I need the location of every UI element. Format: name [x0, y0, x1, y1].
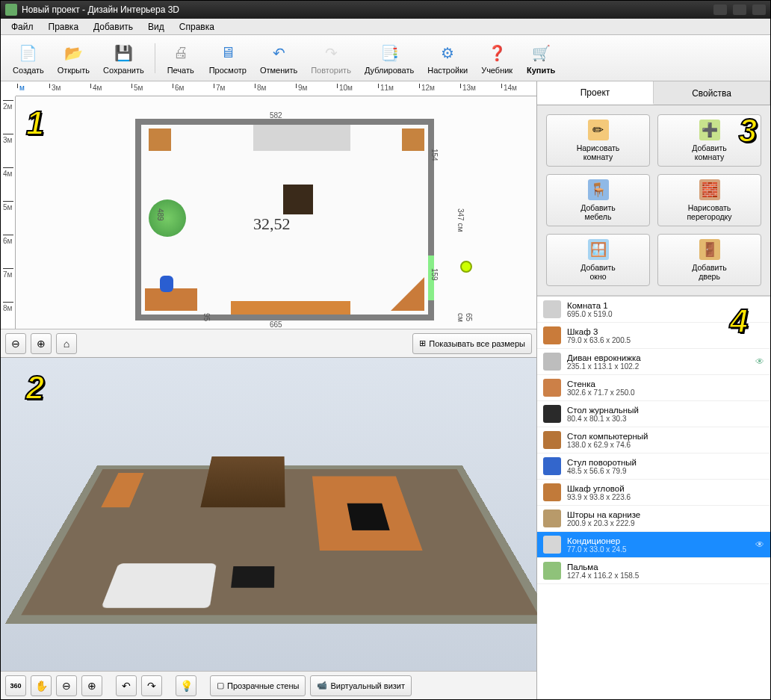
ruler-tick: 9м — [296, 84, 307, 88]
minimize-button[interactable] — [713, 4, 727, 15]
ruler-tick: 5м — [3, 201, 13, 211]
visibility-icon[interactable]: 👁 — [755, 356, 764, 367]
redo-3d-button[interactable]: ↷ — [141, 675, 162, 696]
object-dimensions: 695.0 x 519.0 — [567, 310, 613, 318]
tab-properties[interactable]: Свойства — [654, 81, 770, 105]
furniture-table[interactable] — [283, 185, 313, 214]
zoom-out-3d-button[interactable]: ⊖ — [56, 675, 77, 696]
close-button[interactable] — [752, 4, 766, 15]
toolbar-открыть-button[interactable]: 📂Открыть — [52, 39, 96, 78]
tab-project[interactable]: Проект — [537, 81, 654, 105]
menu-вид[interactable]: Вид — [140, 20, 172, 34]
object-list[interactable]: Комната 1695.0 x 519.0Шкаф 379.0 x 63.6 … — [537, 296, 770, 699]
furniture-cabinet[interactable] — [402, 128, 424, 151]
action-перегородку-button[interactable]: 🧱Нарисоватьперегородку — [657, 174, 761, 226]
object-item[interactable]: Комната 1695.0 x 519.0 — [537, 297, 770, 323]
dim-top: 582 — [270, 111, 282, 120]
сохранить-icon: 💾 — [112, 42, 134, 64]
object-item[interactable]: Кондиционер77.0 x 33.0 x 24.5👁 — [537, 532, 770, 558]
furniture-chair[interactable] — [160, 276, 173, 292]
action-окно-button[interactable]: 🪟Добавитьокно — [546, 234, 650, 286]
lighting-button[interactable]: 💡 — [176, 675, 196, 696]
ruler-tick: 11м — [378, 84, 394, 88]
toolbar-label: Открыть — [58, 66, 90, 75]
object-item[interactable]: Шторы на карнизе200.9 x 20.3 x 222.9 — [537, 506, 770, 532]
просмотр-icon: 🖥 — [217, 42, 239, 64]
furniture-desk[interactable] — [145, 288, 197, 311]
dim-r-small: 159 — [430, 268, 439, 281]
object-icon — [543, 536, 561, 554]
plan-toolbar: ⊖ ⊕ ⌂ ⊞Показывать все размеры — [1, 329, 536, 357]
toolbar-учебник-button[interactable]: ❓Учебник — [475, 39, 518, 78]
object-item[interactable]: Стенка302.6 x 71.7 x 250.0 — [537, 375, 770, 401]
object-dimensions: 127.4 x 116.2 x 158.5 — [567, 572, 639, 580]
room-outline[interactable]: 32,52 — [135, 119, 434, 320]
menu-добавить[interactable]: Добавить — [86, 20, 140, 34]
show-all-dimensions-button[interactable]: ⊞Показывать все размеры — [412, 333, 532, 354]
zoom-in-button[interactable]: ⊕ — [31, 333, 52, 354]
zoom-in-3d-button[interactable]: ⊕ — [81, 675, 102, 696]
настройки-icon: ⚙ — [436, 42, 459, 64]
toolbar-создать-button[interactable]: 📄Создать — [7, 39, 50, 78]
menu-файл[interactable]: Файл — [4, 20, 41, 34]
furniture-plant[interactable] — [149, 199, 186, 237]
toolbar-печать-button[interactable]: 🖨Печать — [160, 39, 202, 78]
toolbar-label: Учебник — [481, 66, 513, 75]
furniture-sofa[interactable] — [253, 125, 350, 151]
transparent-walls-button[interactable]: ▢Прозрачные стены — [210, 675, 306, 696]
object-item[interactable]: Стул поворотный48.5 x 56.6 x 79.9 — [537, 453, 770, 480]
toolbar-просмотр-button[interactable]: 🖥Просмотр — [203, 39, 253, 78]
action-icon: 🚪 — [699, 239, 720, 260]
maximize-button[interactable] — [733, 4, 746, 15]
plan-2d-area[interactable]: 1 м 3м4м5м6м7м8м9м10м11м12м13м14м 2м3м4м… — [1, 81, 536, 358]
object-icon — [543, 483, 561, 501]
object-item[interactable]: Стол компьютерный138.0 x 62.9 x 74.6 — [537, 427, 770, 453]
toolbar-настройки-button[interactable]: ⚙Настройки — [421, 39, 474, 78]
zoom-out-button[interactable]: ⊖ — [5, 333, 26, 354]
menu-правка[interactable]: Правка — [41, 20, 87, 34]
view-3d-area[interactable]: 2 360 ✋ ⊖ ⊕ ↶ ↷ — [1, 358, 536, 699]
selection-marker[interactable] — [460, 261, 472, 273]
pan-button[interactable]: ✋ — [31, 675, 52, 696]
ruler-tick: 4м — [3, 167, 13, 178]
plan-canvas[interactable]: 32,52 582 347 см 1 — [16, 96, 536, 329]
toolbar-сохранить-button[interactable]: 💾Сохранить — [97, 39, 150, 78]
shelf-3d — [101, 473, 143, 508]
object-item[interactable]: Стол журнальный80.4 x 80.1 x 30.3 — [537, 401, 770, 427]
undo-3d-button[interactable]: ↶ — [116, 675, 137, 696]
furniture-shelf[interactable] — [149, 128, 171, 151]
object-item[interactable]: Шкаф угловой93.9 x 93.8 x 223.6 — [537, 480, 770, 506]
sofa-3d — [102, 563, 217, 608]
action-label: Добавитькомнату — [692, 143, 726, 161]
toolbar-купить-button[interactable]: 🛒Купить — [520, 39, 562, 78]
action-комнату-button[interactable]: ✏Нарисоватькомнату — [546, 114, 650, 167]
ruler-unit: м — [17, 84, 25, 88]
home-view-button[interactable]: ⌂ — [56, 333, 77, 354]
menu-справка[interactable]: Справка — [172, 20, 222, 34]
object-icon — [543, 431, 561, 449]
ruler-tick: 5м — [131, 84, 143, 88]
furniture-wall-unit[interactable] — [231, 301, 350, 315]
toolbar-отменить-button[interactable]: ↶Отменить — [254, 39, 303, 78]
furniture-corner[interactable] — [391, 277, 424, 311]
ruler-tick: 10м — [337, 84, 353, 88]
object-name: Кондиционер — [567, 536, 627, 545]
room-area-label: 32,52 — [253, 214, 291, 234]
visibility-icon[interactable]: 👁 — [755, 539, 764, 550]
object-dimensions: 93.9 x 93.8 x 223.6 — [567, 493, 631, 501]
rotate-360-button[interactable]: 360 — [5, 675, 26, 696]
coffee-table-3d — [231, 566, 274, 588]
action-комнату-button[interactable]: ➕Добавитькомнату — [657, 114, 761, 167]
toolbar-дублировать-button[interactable]: 📑Дублировать — [359, 39, 420, 78]
curtains-3d — [200, 456, 285, 508]
action-дверь-button[interactable]: 🚪Добавитьдверь — [657, 234, 761, 286]
action-icon: ✏ — [588, 120, 609, 140]
object-item[interactable]: Пальма127.4 x 116.2 x 158.5 — [537, 558, 770, 584]
object-item[interactable]: Шкаф 379.0 x 63.6 x 200.5 — [537, 323, 770, 349]
object-icon — [543, 353, 561, 371]
object-name: Пальма — [567, 563, 639, 572]
object-name: Диван еврокнижка — [567, 353, 641, 362]
action-мебель-button[interactable]: 🪑Добавитьмебель — [546, 174, 650, 226]
object-item[interactable]: Диван еврокнижка235.1 x 113.1 x 102.2👁 — [537, 349, 770, 375]
virtual-visit-button[interactable]: 📹Виртуальный визит — [310, 675, 412, 696]
